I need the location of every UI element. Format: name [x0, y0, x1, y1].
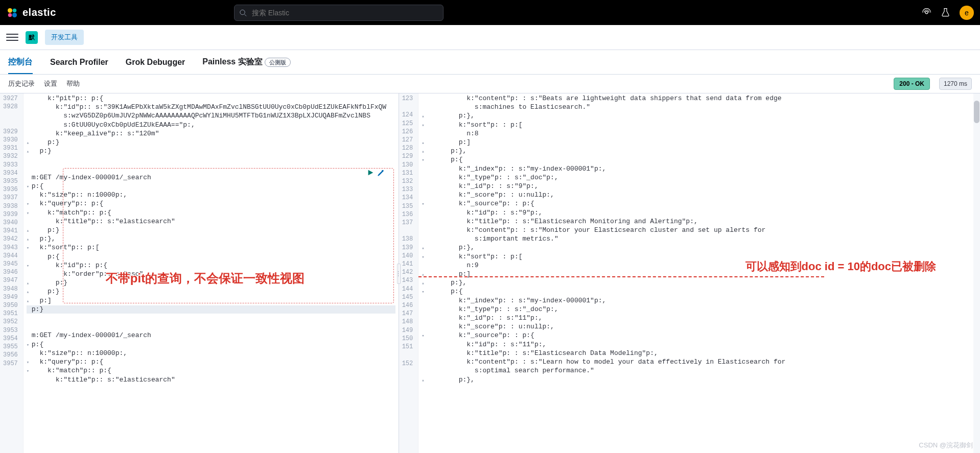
response-status-badge: 200 - OK [894, 78, 930, 90]
console-toolbar: 历史记录 设置 帮助 200 - OK 1270 ms [0, 75, 980, 93]
newsfeed-icon[interactable] [922, 8, 931, 17]
app-tabs: 控制台Search ProfilerGrok DebuggerPainless … [0, 50, 980, 75]
annotation-right: 可以感知到doc id = 10的doc已被删除 [745, 263, 936, 271]
svg-point-3 [12, 13, 17, 17]
user-avatar[interactable]: e [960, 6, 974, 20]
beta-badge: 公测版 [265, 58, 291, 67]
watermark: CSDN @浣花御剑 [919, 441, 973, 450]
global-search[interactable] [234, 5, 444, 21]
svg-point-6 [925, 11, 928, 14]
response-code[interactable]: k:"content"p: : s:"Beats are lightweight… [418, 93, 980, 453]
svg-point-4 [240, 10, 245, 14]
request-pane[interactable]: 3927 3928 3929 3930 3931 3932 3933 3934 … [0, 93, 399, 453]
svg-point-2 [8, 13, 12, 17]
space-badge[interactable]: 默 [26, 31, 38, 44]
svg-line-5 [244, 14, 246, 16]
logo[interactable]: elastic [6, 7, 56, 19]
request-options-icon[interactable] [377, 169, 384, 176]
search-input[interactable] [234, 5, 444, 21]
scrollbar-thumb[interactable] [974, 101, 979, 123]
tab-Grok Debugger[interactable]: Grok Debugger [126, 52, 185, 73]
response-gutter: 123 124 125 126 127 128 129 130 131 132 … [399, 93, 419, 453]
tab-Painless 实验室[interactable]: Painless 实验室 公测版 [202, 51, 291, 74]
scrollbar-track[interactable] [973, 93, 980, 453]
toolbar-help[interactable]: 帮助 [66, 79, 80, 88]
labs-icon[interactable] [941, 8, 950, 17]
nav-toggle-icon[interactable] [6, 31, 18, 43]
brand-text: elastic [22, 7, 56, 18]
sub-header: 默 开发工具 [0, 25, 980, 50]
toolbar-settings[interactable]: 设置 [44, 79, 57, 88]
pane-resize-handle[interactable] [399, 264, 401, 284]
svg-point-1 [13, 8, 17, 12]
request-code[interactable]: k:"pit"p:: p:{ k:"id"p:: s:"39K1AwEPbXkt… [24, 93, 399, 453]
request-gutter: 3927 3928 3929 3930 3931 3932 3933 3934 … [0, 93, 24, 453]
response-pane[interactable]: 123 124 125 126 127 128 129 130 131 132 … [399, 93, 980, 453]
global-header: elastic e [0, 0, 980, 25]
run-request-icon[interactable] [367, 169, 374, 176]
svg-point-0 [8, 8, 12, 13]
app-breadcrumb[interactable]: 开发工具 [45, 30, 84, 45]
annotation-left: 不带pit的查询，不会保证一致性视图 [106, 274, 305, 282]
annotation-divider [418, 276, 824, 277]
response-time-badge: 1270 ms [939, 78, 972, 90]
elastic-logo-icon [6, 7, 18, 19]
search-icon [239, 9, 247, 16]
editor-split: 3927 3928 3929 3930 3931 3932 3933 3934 … [0, 93, 980, 453]
tab-Search Profiler[interactable]: Search Profiler [50, 52, 108, 73]
tab-控制台[interactable]: 控制台 [8, 51, 33, 74]
toolbar-history[interactable]: 历史记录 [8, 79, 35, 88]
